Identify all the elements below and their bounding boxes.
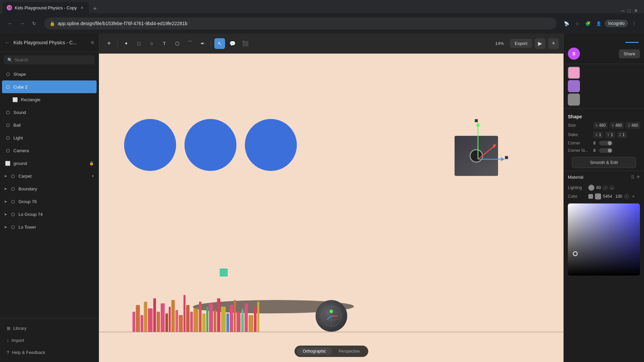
y-axis-label: Y <box>612 124 614 127</box>
color-close-button[interactable]: ✕ <box>631 194 636 199</box>
sidebar-item-carpet[interactable]: ▶ ⬡ Carpet ▾ <box>0 170 99 182</box>
size-y-field[interactable]: Y 480 <box>610 122 624 129</box>
sidebar-item-boundary[interactable]: ▶ ⬡ Boundary <box>0 182 99 195</box>
sidebar-item-light[interactable]: ⬡ Light <box>0 131 99 144</box>
search-box[interactable]: 🔍 <box>4 55 95 64</box>
tower-expand-arrow[interactable]: ▶ <box>5 225 7 229</box>
corner-slider[interactable] <box>599 141 612 145</box>
project-title: Kids Playground Physics - C... <box>13 40 88 45</box>
comment-tool-button[interactable]: 💬 <box>227 38 238 49</box>
svg-marker-1 <box>476 122 480 126</box>
color-swatch-small[interactable] <box>595 193 601 199</box>
sidebar-item-sound[interactable]: ⬡ Sound <box>0 106 99 119</box>
sides-y-field[interactable]: Y 1 <box>605 131 615 138</box>
group74-expand-arrow[interactable]: ▶ <box>5 213 7 216</box>
group78-expand-arrow[interactable]: ▶ <box>5 200 7 203</box>
gray-swatch[interactable] <box>568 94 580 106</box>
shape3d-tool-button[interactable]: ⬡ <box>172 38 182 49</box>
add-scene-button[interactable]: + <box>548 38 559 49</box>
main-canvas: + ✦ □ ○ T ⬡ ⌒ ✒ ↖ 💬 ⬛ 14% Export ▶ + <box>99 34 564 362</box>
more-menu-button[interactable]: ⋮ <box>629 19 639 28</box>
lighting-reset-button[interactable]: ↺ <box>603 185 607 190</box>
sidebar-menu-button[interactable]: ≡ <box>91 40 94 46</box>
color-label: Color <box>568 194 586 199</box>
smooth-edit-button[interactable]: Smooth & Edit <box>572 157 636 168</box>
color-gradient-area[interactable] <box>568 203 640 276</box>
sidebar-item-rectangle[interactable]: ⬜ Rectangle <box>0 93 99 106</box>
forward-button[interactable]: → <box>17 19 27 28</box>
profile-icon[interactable]: 👤 <box>594 19 603 28</box>
camera-icon: ⬡ <box>5 147 11 154</box>
new-tab-button[interactable]: + <box>90 4 100 13</box>
circle-tool-button[interactable]: ○ <box>146 38 157 49</box>
share-button[interactable]: Share <box>619 49 640 58</box>
export-button[interactable]: Export <box>510 39 532 48</box>
window-maximize[interactable]: □ <box>628 8 631 13</box>
sides-x-value: 1 <box>599 132 601 137</box>
extension-icon[interactable]: 🧩 <box>583 19 593 28</box>
toolbar-right: 14% Export ▶ + <box>492 38 559 49</box>
sides-label: Sides <box>568 132 591 137</box>
window-close[interactable]: ✕ <box>634 8 638 13</box>
help-button[interactable]: ? Help & Feedback <box>5 347 94 358</box>
corner-size-label: Corner Si... <box>568 148 591 153</box>
select-tool-button[interactable]: ↖ <box>214 38 225 49</box>
material-settings-icon[interactable]: ⠿ <box>631 175 634 180</box>
sides-z-field[interactable]: Z 1 <box>617 131 627 138</box>
corner-row: Corner 8 <box>564 139 644 147</box>
size-x-field[interactable]: X 480 <box>593 122 608 129</box>
sidebar-item-ball[interactable]: ⬡ Ball <box>0 119 99 131</box>
view-navigation-widget[interactable] <box>315 300 347 332</box>
corner-size-slider[interactable] <box>599 148 612 153</box>
lighting-more-button[interactable]: ▲ <box>609 185 614 190</box>
screen-tool-button[interactable]: ⬛ <box>240 38 251 49</box>
sidebar-item-cube2[interactable]: ⬡ Cube 2 <box>2 80 97 93</box>
sidebar-item-tower[interactable]: ▶ ⬡ Lo Tower <box>0 221 99 233</box>
play-button[interactable]: ▶ <box>535 38 545 49</box>
color-swatches <box>564 64 644 108</box>
back-button[interactable]: ← <box>5 19 15 28</box>
address-bar[interactable]: 🔒 app.spline.design/file/b153febe-f76f-4… <box>44 17 556 29</box>
tab-close-button[interactable]: ✕ <box>79 5 85 10</box>
nav-bar: ← → ↻ 🔒 app.spline.design/file/b153febe-… <box>0 13 644 34</box>
cursor-tool-button[interactable]: ✦ <box>121 38 131 49</box>
size-z-field[interactable]: Z 480 <box>626 122 640 129</box>
sidebar-item-group78[interactable]: ▶ ⬡ Group 78 <box>0 195 99 208</box>
carpet-expand-arrow[interactable]: ▶ <box>5 174 7 178</box>
orthographic-button[interactable]: Orthographic <box>297 347 332 355</box>
sidebar-item-group74[interactable]: ▶ ⬡ Lo Group 74 <box>0 208 99 221</box>
import-button[interactable]: ↓ Import <box>5 335 94 346</box>
pen-tool-button[interactable]: ✒ <box>197 38 208 49</box>
perspective-button[interactable]: Perspective <box>333 347 366 355</box>
rect-tool-button[interactable]: □ <box>133 38 144 49</box>
color-cursor[interactable] <box>573 251 578 256</box>
library-button[interactable]: ⊞ Library <box>5 322 94 334</box>
material-header: Material ⠿ + <box>564 171 644 183</box>
material-add-button[interactable]: + <box>636 174 640 181</box>
pink-swatch[interactable] <box>568 67 580 79</box>
search-input[interactable] <box>14 57 91 62</box>
sidebar-item-ground[interactable]: ⬜ ground 🔒 <box>0 157 99 170</box>
canvas-area[interactable]: Orthographic Perspective <box>99 54 564 362</box>
toolbar: + ✦ □ ○ T ⬡ ⌒ ✒ ↖ 💬 ⬛ 14% Export ▶ + <box>99 34 564 54</box>
sides-y-value: 1 <box>611 132 613 137</box>
carpet-collapse-arrow[interactable]: ▾ <box>92 174 94 178</box>
window-minimize[interactable]: ─ <box>621 8 625 13</box>
color-dropdown-arrow[interactable] <box>588 194 593 199</box>
size-z-value: 480 <box>632 123 638 128</box>
text-tool-button[interactable]: T <box>159 38 170 49</box>
lighting-circle[interactable] <box>588 185 594 191</box>
bookmark-icon[interactable]: ☆ <box>573 19 582 28</box>
active-tab[interactable]: 🎮 Kids Playground Physics - Copy ✕ <box>3 2 89 13</box>
refresh-button[interactable]: ↻ <box>30 19 39 28</box>
sidebar-item-camera[interactable]: ⬡ Camera <box>0 144 99 157</box>
sidebar-back-button[interactable]: ← <box>5 40 10 46</box>
purple-swatch[interactable] <box>568 80 580 92</box>
color-reset-button[interactable]: ↺ <box>624 194 629 199</box>
boundary-expand-arrow[interactable]: ▶ <box>5 187 7 190</box>
cast-icon[interactable]: 📡 <box>562 19 571 28</box>
path-tool-button[interactable]: ⌒ <box>184 38 195 49</box>
sides-x-field[interactable]: X 1 <box>593 131 603 138</box>
sidebar-item-shape[interactable]: ⬡ Shape <box>0 68 99 80</box>
add-object-button[interactable]: + <box>104 38 114 49</box>
